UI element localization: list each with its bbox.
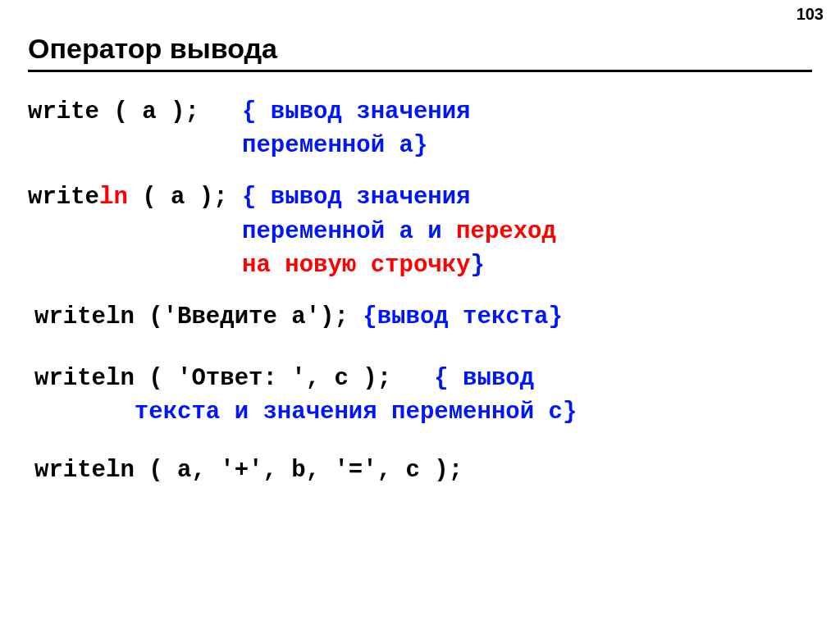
code-text: writeln ( 'Ответ: ', c ); bbox=[34, 365, 434, 392]
code-comment: переменной a} bbox=[28, 132, 427, 159]
code-example-writeln-text: writeln ('Введите a'); {вывод текста} bbox=[34, 300, 812, 334]
code-comment: } bbox=[471, 252, 485, 279]
title-rule bbox=[28, 70, 812, 72]
code-example-writeln-expr: writeln ( a, '+', b, '=', c ); bbox=[34, 454, 812, 487]
page-number: 103 bbox=[797, 5, 824, 24]
code-comment: {вывод текста} bbox=[363, 303, 563, 330]
code-highlight: ln bbox=[99, 184, 128, 211]
code-comment: { вывод значения bbox=[242, 184, 470, 211]
code-text: write bbox=[28, 184, 99, 211]
code-example-writeln: writeln ( a ); { вывод значения переменн… bbox=[28, 180, 812, 282]
code-example-writeln-textvar: writeln ( 'Ответ: ', c ); { вывод текста… bbox=[34, 362, 812, 429]
code-comment: текста и значения переменной c} bbox=[34, 399, 577, 426]
page-title: Оператор вывода bbox=[28, 33, 812, 65]
code-comment: переменной a и bbox=[28, 218, 456, 245]
code-text: ( a ); bbox=[128, 184, 242, 211]
code-comment: { вывод значения bbox=[242, 98, 470, 125]
code-example-write: write ( a ); { вывод значения переменной… bbox=[28, 95, 812, 162]
code-comment: { вывод bbox=[434, 365, 534, 392]
code-highlight: на новую строчку bbox=[28, 252, 471, 279]
code-highlight: переход bbox=[456, 218, 556, 245]
code-text: write ( a ); bbox=[28, 98, 242, 125]
code-text: writeln ('Введите a'); bbox=[34, 303, 363, 330]
slide: 103 Оператор вывода write ( a ); { вывод… bbox=[0, 0, 840, 629]
code-text: writeln ( a, '+', b, '=', c ); bbox=[34, 457, 463, 484]
